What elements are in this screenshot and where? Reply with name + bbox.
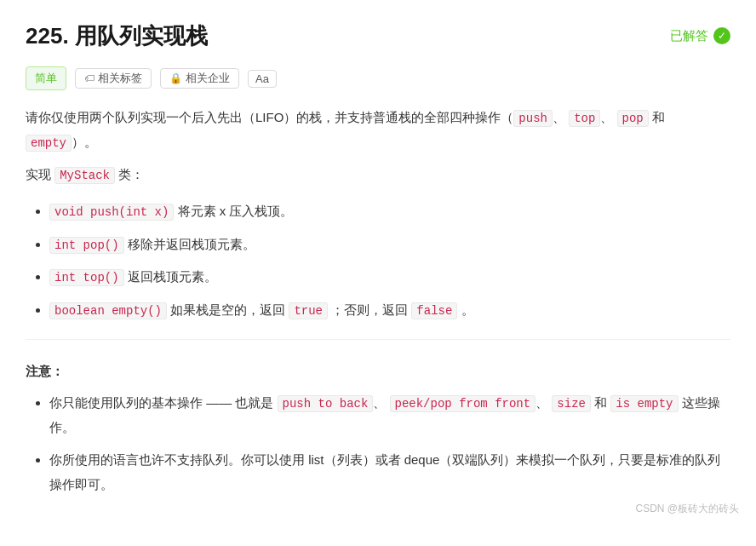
method-empty-desc-3: 。 [457,302,473,317]
tags-row: 简单 🏷 相关标签 🔒 相关企业 Aa [26,66,730,90]
true-code: true [289,302,328,319]
notice-item2-text: 你所使用的语言也许不支持队列。你可以使用 list（列表）或者 deque（双端… [49,452,720,491]
problem-number: 225. [26,23,69,49]
impl-text: 实现 [26,167,54,181]
related-companies-button[interactable]: 🔒 相关企业 [160,68,239,89]
desc-sep2: 、 [600,110,616,124]
notice-item1-text1: 你只能使用队列的基本操作 —— 也就是 [49,395,278,410]
list-item: 你所使用的语言也许不支持队列。你可以使用 list（列表）或者 deque（双端… [49,448,730,497]
impl-text-2: 类： [115,167,144,181]
desc-text-2: 和 [649,110,665,124]
list-item: boolean empty() 如果栈是空的，返回 true ；否则，返回 fa… [49,298,730,323]
op-empty: empty [26,135,72,152]
method-push-desc: 将元素 x 压入栈顶。 [178,204,294,218]
method-push-code: void push(int x) [49,204,174,221]
desc-text-1: 请你仅使用两个队列实现一个后入先出（LIFO）的栈，并支持普通栈的全部四种操作（ [26,110,513,124]
problem-title-text: 用队列实现栈 [75,23,208,49]
methods-list: void push(int x) 将元素 x 压入栈顶。 int pop() 移… [26,199,730,322]
class-name-code: MyStack [54,167,115,184]
list-item: 你只能使用队列的基本操作 —— 也就是 push to back、 peek/p… [49,391,730,440]
font-size-button[interactable]: Aa [248,70,277,88]
desc-text-3: ）。 [72,135,97,149]
header-row: 225. 用队列实现栈 已解答 ✓ [26,17,730,55]
solved-label: 已解答 [670,25,708,47]
method-empty-code: boolean empty() [49,302,167,319]
difficulty-tag: 简单 [26,66,66,90]
desc-sep1: 、 [553,110,569,124]
related-tags-label: 相关标签 [98,71,142,86]
description-section: 请你仅使用两个队列实现一个后入先出（LIFO）的栈，并支持普通栈的全部四种操作（… [26,106,730,187]
divider [26,339,730,340]
page-title: 225. 用队列实现栈 [26,17,208,55]
op-is-empty: is empty [610,395,678,412]
notice-list: 你只能使用队列的基本操作 —— 也就是 push to back、 peek/p… [26,391,730,497]
list-item: void push(int x) 将元素 x 压入栈顶。 [49,199,730,224]
page-container: 225. 用队列实现栈 已解答 ✓ 简单 🏷 相关标签 🔒 相关企业 Aa 请你… [0,0,756,534]
op-size: size [552,395,591,412]
op-push: push [513,110,553,127]
solved-badge: 已解答 ✓ [670,25,730,47]
notice-section: 注意： 你只能使用队列的基本操作 —— 也就是 push to back、 pe… [26,360,730,497]
implement-intro: 实现 MyStack 类： [26,163,730,187]
method-empty-desc-2: ；否则，返回 [328,302,411,317]
method-top-code: int top() [49,269,124,286]
notice-title: 注意： [26,360,730,382]
notice-sep2: 、 [536,395,552,410]
notice-sep1: 、 [373,395,389,410]
op-pop: pop [617,110,649,127]
company-icon: 🔒 [169,72,182,84]
op-peek-pop: peek/pop from front [390,395,536,412]
watermark: CSDN @板砖大的砖头 [635,500,739,517]
list-item: int pop() 移除并返回栈顶元素。 [49,233,730,257]
method-empty-desc-1: 如果栈是空的，返回 [170,302,289,317]
false-code: false [411,302,457,319]
font-size-label: Aa [255,72,269,85]
related-tags-button[interactable]: 🏷 相关标签 [75,68,152,89]
op-top: top [569,110,600,127]
method-pop-desc: 移除并返回栈顶元素。 [128,237,255,251]
list-item: int top() 返回栈顶元素。 [49,265,730,290]
description-intro: 请你仅使用两个队列实现一个后入先出（LIFO）的栈，并支持普通栈的全部四种操作（… [26,106,730,154]
notice-and: 和 [591,395,610,410]
related-companies-label: 相关企业 [186,71,230,86]
op-push-to-back: push to back [278,395,374,412]
method-pop-code: int pop() [49,237,124,254]
method-top-desc: 返回栈顶元素。 [128,269,217,284]
tag-icon: 🏷 [84,72,94,84]
solved-check-icon: ✓ [713,27,730,44]
